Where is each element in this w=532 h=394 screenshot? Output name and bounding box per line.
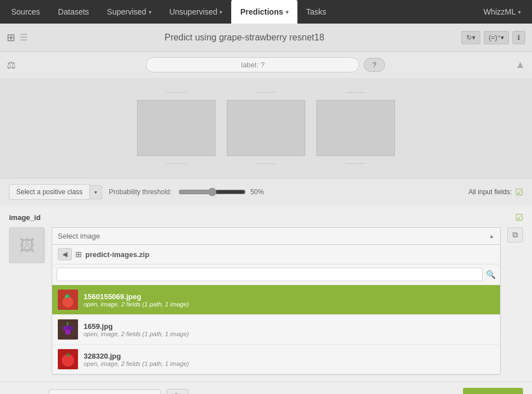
item-info-3: 328320.jpg open, image, 2 fields (1 path… <box>84 352 494 367</box>
nav-predictions[interactable]: Predictions ▾ <box>231 0 297 24</box>
nav-unsupervised[interactable]: Unsupervised ▾ <box>160 0 232 24</box>
nav-sources-label: Sources <box>11 7 40 16</box>
nav-unsupervised-label: Unsupervised <box>169 7 218 16</box>
placeholder-img-3 <box>317 100 395 156</box>
item-name-2: 1659.jpg <box>84 322 494 331</box>
toolbar-refresh-btn[interactable]: ↻▾ <box>461 31 480 44</box>
placeholder-label-bottom-3: ───── <box>346 161 365 167</box>
all-input-fields: All input fields: ☑ <box>469 187 523 198</box>
all-input-fields-check[interactable]: ☑ <box>515 187 523 198</box>
select-arrow-icon: ▲ <box>489 233 494 239</box>
toolbar-title: Predict using grape-strawberry resnet18 <box>32 33 457 43</box>
back-button[interactable]: ◀ <box>58 248 72 260</box>
select-image-wrap: Select image ▲ ◀ ⊞ predict-images.zip 🔍 <box>52 227 501 375</box>
nav-supervised-chevron: ▾ <box>149 9 152 15</box>
placeholder-label-bottom-1: ───── <box>166 161 186 167</box>
item-info-1: 1560155069.jpeg open, image, 2 fields (1… <box>84 292 494 308</box>
new-pred-input[interactable] <box>49 390 161 395</box>
nav-datasets-label: Datasets <box>58 7 89 16</box>
positive-class-arrow[interactable]: ▾ <box>90 185 102 199</box>
dropdown-item-1[interactable]: 1560155069.jpeg open, image, 2 fields (1… <box>52 285 500 315</box>
label-question[interactable]: ? <box>364 58 384 72</box>
input-section: image_id ☑ 🖼 Select image ▲ ◀ ⊞ <box>0 205 532 382</box>
select-image-label: Select image <box>58 232 100 240</box>
toolbar-code-btn[interactable]: (=)⁺▾ <box>484 31 509 44</box>
nav-sources[interactable]: Sources <box>2 0 49 24</box>
nav-tasks[interactable]: Tasks <box>297 0 336 24</box>
placeholder-label-3: ───── <box>346 89 365 95</box>
item-meta-2: open, image, 2 fields (1 path, 1 image) <box>84 331 494 337</box>
placeholder-label-bottom-2: ───── <box>256 161 276 167</box>
item-meta-1: open, image, 2 fields (1 path, 1 image) <box>84 301 494 308</box>
dropdown-item-2[interactable]: 1659.jpg open, image, 2 fields (1 path, … <box>52 315 500 345</box>
predict-button[interactable]: Predict <box>463 388 523 394</box>
svg-point-1 <box>62 296 74 308</box>
main-content: ⊞ ☰ Predict using grape-strawberry resne… <box>0 24 532 394</box>
toolbar-info-btn[interactable]: ℹ <box>512 31 525 44</box>
item-name-3: 328320.jpg <box>84 352 494 360</box>
placeholder-card-3: ───── ───── <box>317 89 395 167</box>
placeholder-label-2: ───── <box>256 89 276 95</box>
nav-predictions-label: Predictions <box>240 7 283 16</box>
item-thumb-2 <box>58 319 78 340</box>
probability-threshold-label: Probability threshold: <box>109 188 172 196</box>
bottom-row: New pred... 🔍 Predict <box>0 382 532 394</box>
search-box-wrap: 🔍 <box>52 264 500 285</box>
nav-whizzml-chevron: ▾ <box>518 9 521 15</box>
dropdown-breadcrumb: ◀ ⊞ predict-images.zip <box>52 245 500 264</box>
positive-class-btn[interactable]: Select a positive class <box>9 184 90 200</box>
image-input-row: 🖼 Select image ▲ ◀ ⊞ predict-images.zip <box>9 227 523 375</box>
image-placeholder-icon: 🖼 <box>19 236 35 255</box>
dropdown-item-3[interactable]: 328320.jpg open, image, 2 fields (1 path… <box>52 345 500 374</box>
toolbar-doc-icon: ☰ <box>20 32 27 43</box>
toolbar-actions: ↻▾ (=)⁺▾ ℹ <box>461 31 525 44</box>
nav-whizzml[interactable]: WhizzML ▾ <box>474 7 530 16</box>
toolbar: ⊞ ☰ Predict using grape-strawberry resne… <box>0 24 532 52</box>
dropdown-panel: ◀ ⊞ predict-images.zip 🔍 <box>52 245 501 375</box>
field-header: image_id ☑ <box>9 212 523 223</box>
scale-icon: ⚖ <box>7 59 16 71</box>
item-info-2: 1659.jpg open, image, 2 fields (1 path, … <box>84 322 494 337</box>
controls-bar: Select a positive class ▾ Probability th… <box>0 178 532 205</box>
placeholder-card-1: ───── ───── <box>137 89 215 167</box>
placeholder-label-1: ───── <box>166 89 186 95</box>
placeholder-img-1 <box>137 100 215 156</box>
nav-datasets[interactable]: Datasets <box>49 0 98 24</box>
item-thumb-1 <box>58 290 78 310</box>
field-check[interactable]: ☑ <box>515 212 523 223</box>
field-name: image_id <box>9 213 40 222</box>
zip-name: predict-images.zip <box>85 250 149 259</box>
dropdown-search-input[interactable] <box>57 268 483 281</box>
nav-predictions-chevron: ▾ <box>286 9 288 15</box>
item-name-1: 1560155069.jpeg <box>84 292 494 301</box>
nav-unsupervised-chevron: ▾ <box>219 9 222 15</box>
item-meta-3: open, image, 2 fields (1 path, 1 image) <box>84 360 494 367</box>
svg-point-7 <box>65 329 71 335</box>
copy-button[interactable]: ⧉ <box>507 227 523 242</box>
nav-tasks-label: Tasks <box>306 7 327 16</box>
dropdown-list: 1560155069.jpeg open, image, 2 fields (1… <box>52 285 500 374</box>
dropdown-search-icon: 🔍 <box>486 270 496 279</box>
all-input-fields-label: All input fields: <box>469 188 512 196</box>
navbar: Sources Datasets Supervised ▾ Unsupervis… <box>0 0 532 24</box>
navbar-right: WhizzML ▾ <box>474 0 530 24</box>
zip-icon: ⊞ <box>75 250 82 259</box>
search-result-btn[interactable]: 🔍 <box>167 389 189 395</box>
image-preview-box: 🖼 <box>9 227 45 263</box>
probability-slider[interactable] <box>178 187 246 196</box>
placeholder-img-2 <box>227 100 305 156</box>
prob-slider-wrap: 50% <box>178 187 264 196</box>
placeholder-card-2: ───── ───── <box>227 89 305 167</box>
select-image-header[interactable]: Select image ▲ <box>52 227 501 245</box>
nav-supervised-label: Supervised <box>107 7 146 16</box>
label-bar: ⚖ label: ? ? ▲ <box>0 52 532 78</box>
toolbar-menu-icon[interactable]: ⊞ <box>7 31 15 44</box>
image-area: ───── ───── ───── ───── ───── ───── <box>0 78 532 178</box>
svg-rect-8 <box>67 322 68 326</box>
expand-icon[interactable]: ▲ <box>515 59 525 71</box>
label-input: label: ? <box>146 57 359 72</box>
nav-supervised[interactable]: Supervised ▾ <box>98 0 160 24</box>
probability-value: 50% <box>250 188 264 196</box>
nav-whizzml-label: WhizzML <box>483 7 516 16</box>
item-thumb-3 <box>58 349 78 369</box>
